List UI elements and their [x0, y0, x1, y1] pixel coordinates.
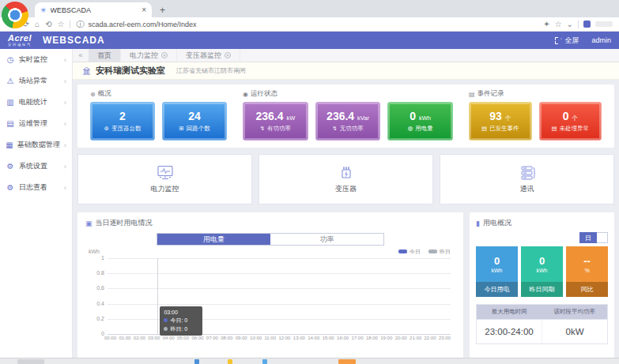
chevron-left-icon: ‹	[64, 99, 66, 107]
panel-power-monitoring[interactable]: 电力监控	[77, 154, 252, 205]
stats-icon: ▥	[6, 98, 15, 107]
chart-title: ▣ 当日逐时用电情况	[85, 218, 455, 228]
app-title: WEBSCADA	[43, 35, 105, 46]
tile-yesterday-usage: 0kWh 昨日同期	[521, 246, 563, 297]
chart-tooltip: 03:00 今日: 0 昨日: 0	[160, 306, 202, 336]
tab-power[interactable]: 功率	[270, 234, 383, 245]
history-icon[interactable]: ⟲	[45, 21, 51, 28]
site-title-bar: 安科瑞测试实验室 江苏省无锡市江阴市南闸	[73, 62, 619, 80]
y-axis-label: kWh	[89, 249, 100, 254]
logo-text: Acrel	[8, 34, 32, 43]
tab-close-icon[interactable]: ×	[142, 6, 146, 14]
sidebar-item-realtime-monitor[interactable]: ◷ 实时监控 ‹	[0, 49, 72, 70]
fullscreen-button[interactable]: 全屏	[555, 36, 579, 46]
legend-yesterday-swatch	[428, 250, 437, 253]
close-tab-icon[interactable]: ×	[225, 52, 231, 58]
chrome-logo-icon[interactable]	[2, 2, 28, 28]
alert-icon: ⚠	[6, 77, 15, 85]
table-header-avg-power: 该时段平均功率	[542, 305, 608, 319]
wrench-icon: ⚙	[6, 162, 15, 171]
stat-occurred-events[interactable]: 93 个 ▤已发生事件	[469, 102, 532, 141]
chart-tab-switch: 用电量 功率	[157, 233, 384, 246]
tile-comparison: --% 同比	[566, 246, 608, 297]
tile-today-usage: 0kWh 今日用电	[476, 246, 518, 297]
transformer-icon: ⊚	[104, 125, 109, 132]
main-area: « 首页 电力监控× 变压器监控× 安科瑞测试实验室 江苏省无锡市江阴市南闸 ⊕…	[73, 49, 619, 358]
os-taskbar-sliver[interactable]	[0, 358, 619, 364]
stat-circuit-count[interactable]: 24 ⊞回路个数	[162, 102, 227, 141]
nav-panel-row: 电力监控 变压器 通讯	[77, 154, 614, 205]
caret-down-icon[interactable]: ⌄	[567, 21, 573, 28]
stat-unhandled-events[interactable]: 0 个 ▤未处理异常	[539, 102, 602, 141]
fullscreen-icon	[555, 37, 562, 44]
panel-transformer[interactable]: 变压器	[259, 154, 433, 205]
power-icon: ↯	[332, 125, 337, 132]
app-header: Acrel 安科瑞电气 WEBSCADA 全屏 admin	[0, 32, 619, 49]
address-box[interactable]: ⓘ scada.acrel-eem.com/Home/Index	[76, 21, 538, 28]
stat-energy-usage[interactable]: 0 kWh ◍用电量	[387, 102, 453, 141]
gears-icon: ⚙	[6, 183, 15, 192]
chart-legend: 今日 昨日	[398, 248, 451, 256]
taskbar-item-active[interactable]	[338, 359, 356, 364]
page-info-icon[interactable]: ⓘ	[76, 21, 84, 28]
event-icon: ▤	[469, 91, 475, 98]
site-name: 安科瑞测试实验室	[96, 65, 165, 77]
favicon: ✳	[40, 6, 47, 14]
period-month-button[interactable]	[597, 232, 608, 243]
bulb-icon: ◍	[408, 125, 413, 132]
tab-home[interactable]: 首页	[89, 49, 121, 62]
taskbar-item[interactable]	[262, 359, 267, 364]
tab-power-monitor[interactable]: 电力监控×	[121, 49, 177, 62]
sidebar-item-operation-management[interactable]: ▤ 运维管理 ‹	[0, 113, 72, 134]
overview-section-title: ⊕ 概况	[90, 89, 227, 99]
chart-icon: ▣	[85, 220, 92, 227]
chevron-left-icon: ‹	[64, 163, 66, 171]
sidebar-item-log-view[interactable]: ⚙ 日志查看 ‹	[0, 177, 72, 198]
running-status-section-title: ◉ 运行状态	[243, 89, 453, 99]
logo-subtext: 安科瑞电气	[8, 43, 32, 47]
collapse-tabs-icon[interactable]: «	[73, 49, 89, 62]
tab-energy[interactable]: 用电量	[157, 234, 270, 245]
sidebar-item-energy-statistics[interactable]: ▥ 电能统计 ‹	[0, 92, 72, 113]
browser-tab[interactable]: ✳ WEBSCADA ×	[35, 2, 152, 17]
star-icon[interactable]: ☆	[555, 21, 562, 28]
x-axis-labels: 00:0001:0002:0003:0004:0005:0006:0007:00…	[104, 336, 451, 340]
calendar-icon: ▦	[6, 141, 13, 149]
document-icon: ▤	[551, 125, 557, 132]
browser-tab-title: WEBSCADA	[51, 6, 138, 14]
home-icon[interactable]: ⌂	[35, 21, 40, 28]
extension-label-placeholder	[595, 21, 613, 27]
new-tab-button[interactable]: +	[160, 5, 165, 17]
period-day-button[interactable]: 日	[579, 232, 597, 243]
stat-transformer-count[interactable]: 2 ⊚变压器台数	[90, 102, 155, 141]
taskbar-item[interactable]	[17, 359, 44, 364]
user-menu[interactable]: admin	[591, 36, 611, 44]
sidebar-item-basic-data-management[interactable]: ▦ 基础数据管理 ‹	[0, 134, 72, 156]
status-icon: ◉	[243, 91, 248, 98]
yesterday-dot-icon	[164, 327, 168, 331]
sidebar-item-station-abnormal[interactable]: ⚠ 场站异常 ‹	[0, 70, 72, 92]
chevron-left-icon: ‹	[64, 77, 66, 85]
extension-icon[interactable]: ✦	[543, 21, 549, 28]
line-chart-plot[interactable]: kWh 今日 昨日 1 0.8 0.6 0.4 0.2 0 03:00 今日: …	[108, 258, 451, 334]
page-tab-bar: « 首页 电力监控× 变压器监控×	[73, 49, 619, 62]
usage-overview-card: ▮ 用电概况 日 0kWh 今日用电 0kWh 昨日同期	[470, 212, 614, 358]
chevron-left-icon: ‹	[64, 120, 66, 128]
sidebar-item-system-settings[interactable]: ⚙ 系统设置 ‹	[0, 156, 72, 177]
acrel-logo: Acrel 安科瑞电气	[8, 34, 32, 47]
table-header-max-time: 最大用电时间	[477, 305, 542, 319]
extension-badge-icon[interactable]	[583, 21, 591, 28]
tab-transformer-monitor[interactable]: 变压器监控×	[177, 49, 240, 62]
bookmark-star-icon[interactable]: ☆	[58, 21, 65, 28]
sidebar: ◷ 实时监控 ‹ ⚠ 场站异常 ‹ ▥ 电能统计 ‹ ▤ 运维管理 ‹ ▦ 基础…	[0, 49, 73, 358]
battery-icon: ▮	[476, 220, 480, 227]
chevron-left-icon: ‹	[64, 184, 66, 192]
divider	[70, 21, 70, 28]
taskbar-item[interactable]	[228, 359, 232, 364]
comm-server-icon	[518, 165, 537, 181]
stat-reactive-power[interactable]: 236.4 kVar ↯无功功率	[315, 102, 381, 141]
taskbar-item[interactable]	[194, 359, 199, 364]
panel-communication[interactable]: 通讯	[440, 154, 614, 205]
stat-active-power[interactable]: 236.4 kW ↯有功功率	[243, 102, 308, 141]
close-tab-icon[interactable]: ×	[161, 52, 168, 58]
